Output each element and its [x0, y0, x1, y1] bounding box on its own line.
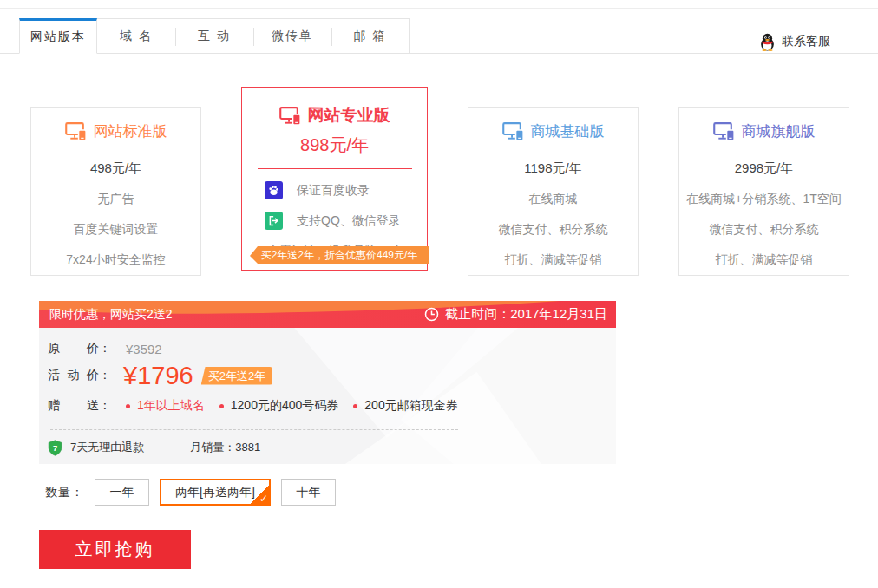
- gifts-row: 赠送： 1年以上域名 1200元的400号码券 200元邮箱现金券: [48, 396, 616, 415]
- price-panel: 原价： ¥3592 活动价： ¥1796 买2年送2年 赠送： 1年以上域名 1…: [39, 328, 616, 464]
- plan-feature: 微信支付、积分系统: [679, 222, 849, 238]
- selected-corner-icon: ✓: [251, 486, 269, 504]
- gift-item: 200元邮箱现金券: [353, 398, 457, 414]
- colon: ：: [99, 398, 111, 414]
- plan-title: 商城基础版: [468, 121, 638, 141]
- quantity-option-two-years[interactable]: 两年[再送两年] ✓: [160, 479, 271, 506]
- clock-icon: [424, 307, 439, 322]
- gifts-label: 赠送: [48, 398, 99, 414]
- monitor-phone-icon: [279, 107, 301, 125]
- check-icon: ✓: [259, 493, 268, 505]
- plan-title: 网站标准版: [31, 121, 200, 141]
- contact-service-label: 联系客服: [782, 34, 830, 49]
- quantity-option-label: 两年[再送两年]: [175, 485, 255, 499]
- activity-price-row: 活动价： ¥1796 买2年送2年: [48, 360, 616, 391]
- gift-label: 1年以上域名: [137, 398, 205, 414]
- monitor-phone-icon: [502, 122, 524, 140]
- deadline: 截止时间：2017年12月31日: [424, 306, 607, 323]
- plan-price: 898元/年: [242, 134, 427, 157]
- vertical-divider: [167, 442, 167, 454]
- plan-feature: 7x24小时安全监控: [31, 252, 200, 268]
- quantity-option-ten-years[interactable]: 十年: [281, 479, 336, 506]
- login-icon: [265, 212, 283, 230]
- plan-card-standard[interactable]: 网站标准版 498元/年 无广告 百度关键词设置 7x24小时安全监控: [30, 107, 201, 276]
- guarantee-row: 7 7天无理由退款 月销量：3881: [48, 439, 616, 456]
- gift-item: 1年以上域名: [126, 398, 205, 414]
- svg-text:7: 7: [53, 443, 57, 452]
- tab-mailbox[interactable]: 邮 箱: [331, 18, 410, 54]
- dashed-divider: [50, 429, 458, 430]
- bullet-icon: [220, 404, 224, 408]
- deadline-label: 截止时间：2017年12月31日: [445, 306, 607, 323]
- plan-feature: 在线商城: [468, 192, 638, 207]
- plan-price: 498元/年: [31, 160, 200, 177]
- plan-name: 网站专业版: [308, 104, 390, 127]
- promo-text: 限时优惠，网站买2送2: [49, 307, 173, 323]
- discount-ribbon: 买2年送2年，折合优惠价449元/年: [250, 246, 429, 264]
- promo-badge: 买2年送2年: [201, 367, 272, 385]
- activity-price-label: 活动价: [48, 368, 99, 383]
- plan-cards: 网站标准版 498元/年 无广告 百度关键词设置 7x24小时安全监控 网站专业…: [30, 87, 849, 276]
- original-price-label: 原价: [48, 341, 99, 356]
- plan-feature: 打折、满减等促销: [468, 252, 638, 268]
- plan-price: 2998元/年: [679, 160, 849, 177]
- plan-name: 商城旗舰版: [742, 121, 816, 141]
- quantity-option-one-year[interactable]: 一年: [95, 479, 149, 506]
- buy-now-button[interactable]: 立即抢购: [39, 530, 191, 569]
- bullet-icon: [353, 404, 357, 408]
- page: 网站版本 域 名 互 动 微传单 邮 箱 联系客服: [0, 8, 878, 569]
- tab-micro-flyer[interactable]: 微传单: [253, 18, 331, 54]
- colon: ：: [99, 368, 111, 383]
- promo-banner: 限时优惠，网站买2送2 截止时间：2017年12月31日: [39, 301, 616, 328]
- plan-feature: 百度关键词设置: [31, 222, 200, 238]
- divider: [258, 168, 412, 169]
- plan-title: 商城旗舰版: [679, 121, 849, 141]
- plan-card-mall-basic[interactable]: 商城基础版 1198元/年 在线商城 微信支付、积分系统 打折、满减等促销: [468, 107, 639, 276]
- activity-price-value: ¥1796: [123, 362, 193, 390]
- colon: ：: [99, 341, 111, 356]
- tab-domain[interactable]: 域 名: [97, 18, 175, 54]
- monitor-phone-icon: [713, 122, 735, 140]
- plan-feature: 无广告: [31, 192, 200, 207]
- plan-feature: 微信支付、积分系统: [468, 222, 638, 238]
- contact-service-link[interactable]: 联系客服: [759, 33, 830, 51]
- plan-feature-label: 保证百度收录: [297, 183, 370, 199]
- tab-bar: 网站版本 域 名 互 动 微传单 邮 箱 联系客服: [0, 18, 878, 54]
- tab-website-version[interactable]: 网站版本: [19, 18, 97, 54]
- quantity-row: 数量： 一年 两年[再送两年] ✓ 十年: [45, 479, 878, 506]
- plan-title: 网站专业版: [242, 104, 427, 127]
- baidu-icon: [265, 181, 283, 199]
- plan-feature: 打折、满减等促销: [679, 252, 849, 268]
- bullet-icon: [126, 404, 130, 408]
- plan-feature-label: 支持QQ、微信登录: [297, 213, 401, 229]
- plan-feature: 在线商城+分销系统、1T空间: [679, 192, 849, 207]
- plan-name: 商城基础版: [531, 121, 605, 141]
- plan-price: 1198元/年: [468, 160, 638, 177]
- gift-label: 1200元的400号码券: [231, 398, 339, 414]
- plan-card-mall-flagship[interactable]: 商城旗舰版 2998元/年 在线商城+分销系统、1T空间 微信支付、积分系统 打…: [678, 107, 849, 276]
- guarantee-label: 7天无理由退款: [70, 440, 144, 455]
- monitor-phone-icon: [65, 122, 87, 140]
- monthly-sales: 月销量：3881: [190, 440, 260, 455]
- top-divider: [0, 8, 878, 9]
- gift-item: 1200元的400号码券: [220, 398, 339, 414]
- quantity-label: 数量：: [45, 485, 84, 500]
- original-price-value: ¥3592: [126, 342, 162, 356]
- gift-label: 200元邮箱现金券: [364, 398, 457, 414]
- plan-feature: 保证百度收录: [265, 181, 427, 199]
- original-price-row: 原价： ¥3592: [48, 339, 616, 358]
- tab-interaction[interactable]: 互 动: [175, 18, 253, 54]
- plan-card-professional[interactable]: 网站专业版 898元/年 保证百度收录: [241, 87, 428, 271]
- plan-name: 网站标准版: [94, 121, 167, 141]
- tabs: 网站版本 域 名 互 动 微传单 邮 箱: [19, 18, 410, 54]
- qq-icon: [759, 33, 776, 51]
- guarantee-shield-icon: 7: [48, 440, 62, 456]
- plan-feature: 支持QQ、微信登录: [265, 212, 427, 230]
